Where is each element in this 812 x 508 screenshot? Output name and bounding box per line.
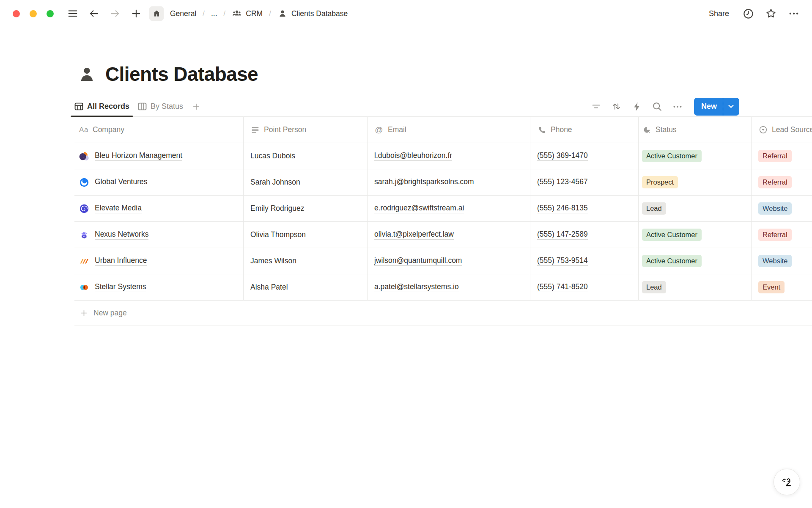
lead-source-cell[interactable]: Event (752, 274, 812, 300)
sort-button[interactable] (609, 99, 624, 114)
phone-link[interactable]: (555) 147-2589 (537, 230, 588, 240)
phone-link[interactable]: (555) 369-1470 (537, 151, 588, 161)
phone-cell[interactable]: (555) 147-2589 (530, 222, 635, 248)
company-cell[interactable]: Elevate Media (74, 196, 244, 221)
new-record-dropdown[interactable] (723, 98, 739, 116)
filter-button[interactable] (589, 99, 604, 114)
status-cell[interactable]: Prospect (639, 169, 752, 195)
more-options-button[interactable] (787, 6, 801, 21)
column-header-point-person[interactable]: Point Person (244, 117, 368, 143)
phone-cell[interactable]: (555) 753-9514 (530, 248, 635, 274)
email-cell[interactable]: jwilson@quantumquill.com (368, 248, 530, 274)
phone-cell[interactable]: (555) 741-8520 (530, 274, 635, 300)
table-row[interactable]: Nexus Networks Olivia Thompson olivia.t@… (74, 222, 812, 248)
email-link[interactable]: olivia.t@pixelperfect.law (374, 230, 454, 240)
status-cell[interactable]: Lead (639, 196, 752, 221)
point-person-cell[interactable]: Lucas Dubois (244, 143, 368, 169)
company-link[interactable]: Nexus Networks (95, 230, 148, 240)
point-person-value: Lucas Dubois (250, 152, 295, 160)
status-cell[interactable]: Active Customer (639, 222, 752, 248)
page-person-icon[interactable] (77, 64, 97, 84)
company-cell[interactable]: Urban Influence (74, 248, 244, 274)
phone-cell[interactable]: (555) 246-8135 (530, 196, 635, 221)
home-button[interactable] (149, 6, 164, 21)
phone-cell[interactable]: (555) 369-1470 (530, 143, 635, 169)
breadcrumb-workspace[interactable]: General (168, 8, 198, 19)
column-header-status[interactable]: Status (639, 117, 752, 143)
new-record-button[interactable]: New (694, 98, 739, 116)
company-link[interactable]: Global Ventures (95, 177, 148, 187)
share-button[interactable]: Share (705, 8, 732, 20)
tab-all-records[interactable]: All Records (70, 97, 134, 116)
email-cell[interactable]: a.patel@stellarsystems.io (368, 274, 530, 300)
point-person-cell[interactable]: Emily Rodriguez (244, 196, 368, 221)
minimize-window-button[interactable] (30, 10, 37, 17)
point-person-value: Olivia Thompson (250, 230, 306, 239)
email-link[interactable]: l.dubois@bleuhorizon.fr (374, 151, 452, 161)
point-person-cell[interactable]: Aisha Patel (244, 274, 368, 300)
email-cell[interactable]: sarah.j@brightsparksolns.com (368, 169, 530, 195)
company-link[interactable]: Elevate Media (95, 204, 142, 213)
favorite-button[interactable] (764, 6, 778, 21)
automation-button[interactable] (630, 99, 644, 114)
company-cell[interactable]: Bleu Horizon Management (74, 143, 244, 169)
column-header-company[interactable]: Aa Company (74, 117, 244, 143)
email-link[interactable]: a.patel@stellarsystems.io (374, 282, 459, 292)
lead-source-cell[interactable]: Referral (752, 222, 812, 248)
company-link[interactable]: Urban Influence (95, 256, 147, 266)
phone-link[interactable]: (555) 123-4567 (537, 177, 588, 187)
table-row[interactable]: Elevate Media Emily Rodriguez e.rodrigue… (74, 196, 812, 222)
status-cell[interactable]: Lead (639, 274, 752, 300)
titlebar-actions: Share (705, 6, 801, 21)
phone-link[interactable]: (555) 753-9514 (537, 256, 588, 266)
table-row[interactable]: Bleu Horizon Management Lucas Dubois l.d… (74, 143, 812, 169)
forward-button[interactable] (108, 6, 122, 21)
email-cell[interactable]: olivia.t@pixelperfect.law (368, 222, 530, 248)
company-cell[interactable]: Global Ventures (74, 169, 244, 195)
email-link[interactable]: e.rodriguez@swiftstream.ai (374, 204, 464, 213)
new-tab-button[interactable] (129, 6, 143, 21)
breadcrumb-current-page[interactable]: Clients Database (276, 8, 349, 19)
email-cell[interactable]: l.dubois@bleuhorizon.fr (368, 143, 530, 169)
sidebar-toggle-button[interactable] (66, 6, 80, 21)
company-cell[interactable]: Stellar Systems (74, 274, 244, 300)
back-button[interactable] (87, 6, 101, 21)
lead-source-cell[interactable]: Referral (752, 143, 812, 169)
notion-ai-button[interactable] (774, 469, 800, 495)
email-cell[interactable]: e.rodriguez@swiftstream.ai (368, 196, 530, 221)
email-link[interactable]: jwilson@quantumquill.com (374, 256, 462, 266)
lead-source-cell[interactable]: Referral (752, 169, 812, 195)
status-cell[interactable]: Active Customer (639, 248, 752, 274)
phone-link[interactable]: (555) 741-8520 (537, 282, 588, 292)
zoom-window-button[interactable] (47, 10, 54, 17)
point-person-cell[interactable]: Sarah Johnson (244, 169, 368, 195)
point-person-cell[interactable]: James Wilson (244, 248, 368, 274)
company-link[interactable]: Stellar Systems (95, 282, 146, 292)
breadcrumb-team-crm[interactable]: CRM (230, 8, 264, 19)
phone-link[interactable]: (555) 246-8135 (537, 204, 588, 213)
breadcrumb-collapsed[interactable]: ... (209, 8, 219, 19)
add-view-button[interactable] (189, 99, 203, 114)
new-page-button[interactable]: New page (74, 301, 812, 326)
column-header-phone[interactable]: Phone (530, 117, 635, 143)
close-window-button[interactable] (13, 10, 20, 17)
column-header-email[interactable]: @ Email (368, 117, 530, 143)
company-link[interactable]: Bleu Horizon Management (95, 151, 182, 161)
point-person-cell[interactable]: Olivia Thompson (244, 222, 368, 248)
history-button[interactable] (741, 6, 755, 21)
company-cell[interactable]: Nexus Networks (74, 222, 244, 248)
column-header-lead-source[interactable]: Lead Source (752, 117, 812, 143)
tab-by-status[interactable]: By Status (134, 97, 187, 116)
view-more-button[interactable] (670, 99, 685, 114)
status-cell[interactable]: Active Customer (639, 143, 752, 169)
search-button[interactable] (650, 99, 664, 114)
select-property-icon (758, 126, 768, 134)
lead-source-cell[interactable]: Website (752, 196, 812, 221)
table-row[interactable]: Urban Influence James Wilson jwilson@qua… (74, 248, 812, 274)
email-link[interactable]: sarah.j@brightsparksolns.com (374, 177, 474, 187)
phone-cell[interactable]: (555) 123-4567 (530, 169, 635, 195)
table-row[interactable]: Global Ventures Sarah Johnson sarah.j@br… (74, 169, 812, 196)
lead-source-cell[interactable]: Website (752, 248, 812, 274)
table-row[interactable]: Stellar Systems Aisha Patel a.patel@stel… (74, 274, 812, 301)
lead-source-badge: Referral (758, 150, 792, 162)
